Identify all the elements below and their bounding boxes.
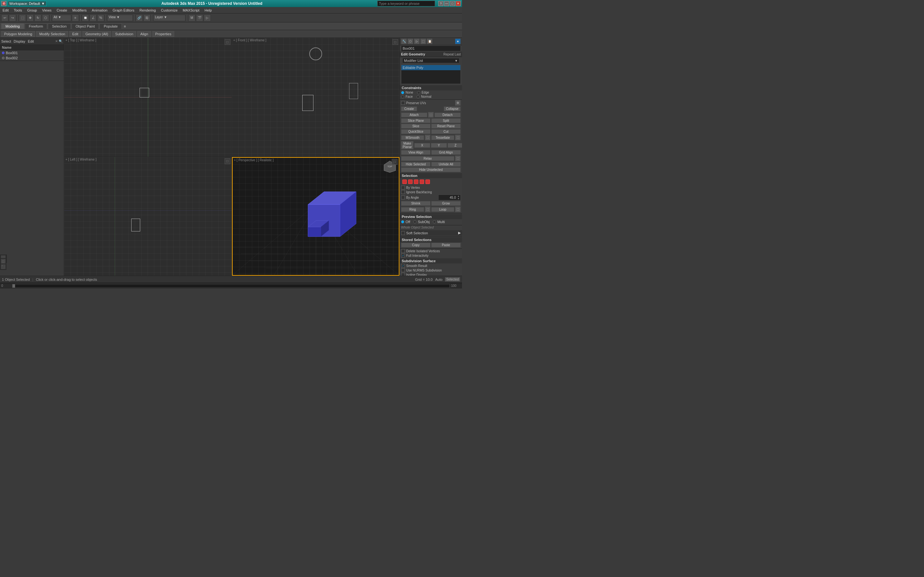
viewport-left[interactable]: + [ Left ] [ Wireframe ] ⬚ — [64, 157, 232, 276]
reference-dropdown[interactable]: View ▼ — [107, 15, 133, 21]
reset-plane-btn[interactable]: Reset Plane — [431, 124, 461, 129]
shrink-btn[interactable]: Shrink — [401, 201, 431, 206]
z-btn[interactable]: Z — [447, 143, 462, 148]
scene-display-btn[interactable]: Display — [14, 39, 25, 43]
mod-icon2[interactable]: ⬡ — [407, 39, 413, 44]
viewport-perspective-options[interactable]: ⬚ — [392, 159, 397, 165]
menu-modifiers[interactable]: Modifiers — [69, 8, 89, 13]
repeat-last-btn[interactable]: Repeat Last — [443, 53, 461, 56]
scene-select-btn[interactable]: Select — [1, 39, 11, 43]
tab-extras[interactable]: ≡ — [124, 24, 126, 28]
hide-unselected-btn[interactable]: Hide Unselected — [401, 167, 461, 172]
modifier-item-editable-poly[interactable]: Editable Poly — [401, 65, 460, 70]
sel-mode-poly[interactable] — [420, 179, 424, 184]
scene-close-btn[interactable]: ✕ 🔍 — [55, 39, 63, 43]
sub-polygon-modeling[interactable]: Polygon Modeling — [1, 31, 35, 37]
msmooth-btn[interactable]: MSmooth — [401, 135, 424, 140]
angle-snap[interactable]: ∠ — [89, 15, 97, 21]
create-btn[interactable]: Create — [401, 106, 417, 111]
render-btn[interactable]: ▷ — [204, 15, 211, 21]
full-interactivity-checkbox[interactable] — [401, 253, 405, 258]
split-btn[interactable]: Split — [431, 118, 461, 123]
x-btn[interactable]: X — [414, 143, 430, 148]
hide-selected-btn[interactable]: Hide Selected — [401, 162, 431, 167]
ring-options[interactable]: ⬚ — [425, 206, 431, 212]
sub-modify-selection[interactable]: Modify Selection — [36, 31, 68, 37]
sub-geometry[interactable]: Geometry (All) — [82, 31, 111, 37]
material-btn[interactable]: M — [188, 15, 195, 21]
preview-off-radio[interactable] — [401, 220, 404, 223]
select-btn[interactable]: ⬚ — [19, 15, 26, 21]
delete-isolated-checkbox[interactable] — [401, 249, 405, 253]
menu-group[interactable]: Group — [25, 8, 40, 13]
unhide-all-btn[interactable]: Unhide All — [431, 162, 461, 167]
scene-item-box001[interactable]: Box001 — [0, 50, 64, 55]
viewport-top-options[interactable]: ⬚ — [225, 39, 230, 45]
timeline-track[interactable] — [12, 284, 450, 288]
menu-help[interactable]: Help — [202, 8, 215, 13]
percent-snap[interactable]: % — [97, 15, 104, 21]
tab-populate[interactable]: Populate — [99, 23, 121, 29]
scene-item-box002[interactable]: Box002 — [0, 55, 64, 61]
tab-object-paint[interactable]: Object Paint — [71, 23, 99, 29]
menu-views[interactable]: Views — [39, 8, 54, 13]
viewport-front[interactable]: + [ Front ] [ Wireframe ] ⬚ — [232, 38, 399, 157]
tab-selection[interactable]: Selection — [48, 23, 71, 29]
move-btn[interactable]: ✥ — [27, 15, 34, 21]
mod-icon4[interactable]: ⬚ — [420, 39, 426, 44]
viewport-top[interactable]: + [ Top ] [ Wireframe ] ⬚ — [64, 38, 232, 157]
menu-graph-editors[interactable]: Graph Editors — [110, 8, 137, 13]
layer-dropdown[interactable]: Layer ▼ — [153, 15, 186, 21]
tab-freeform[interactable]: Freeform — [25, 23, 47, 29]
slice-btn[interactable]: Slice — [401, 124, 431, 129]
redo-btn[interactable]: ↪ — [9, 15, 16, 21]
paste-btn[interactable]: Paste — [431, 243, 461, 247]
app-icon[interactable]: 🎯 — [1, 1, 6, 6]
viewport-perspective[interactable]: + [ Perspective ] [ Realistic ] TOP ⬚ — [232, 157, 399, 276]
sub-properties[interactable]: Properties — [152, 31, 174, 37]
make-planar-btn[interactable]: Make Planar — [401, 141, 414, 149]
menu-animation[interactable]: Animation — [89, 8, 110, 13]
filter-dropdown[interactable]: All ▼ — [52, 15, 71, 21]
menu-maxscript[interactable]: MAXScript — [180, 8, 202, 13]
grow-btn[interactable]: Grow — [431, 201, 461, 206]
tessellate-options[interactable]: ⬚ — [455, 135, 461, 140]
maximize-btn[interactable]: □ — [450, 1, 455, 6]
menu-edit[interactable]: Edit — [0, 8, 11, 13]
loop-btn[interactable]: Loop — [431, 207, 454, 212]
minimize-btn[interactable]: — — [444, 1, 449, 6]
msmooth-options[interactable]: ⬚ — [425, 135, 431, 140]
sel-mode-vertex[interactable] — [402, 179, 407, 184]
detach-btn[interactable]: Detach — [435, 113, 461, 117]
constraint-normal-radio[interactable] — [417, 95, 420, 98]
view-align-btn[interactable]: View Align — [401, 150, 431, 155]
modifier-list-dropdown[interactable]: Modifier List ▼ — [402, 58, 459, 63]
workspace-dropdown[interactable]: Workspace: Default ▼ — [8, 1, 47, 6]
constraint-none-radio[interactable] — [401, 91, 404, 94]
preview-multi-radio[interactable] — [433, 220, 436, 223]
mod-icon5[interactable]: 📋 — [427, 39, 433, 44]
modifier-stack[interactable]: Editable Poly — [401, 65, 461, 84]
menu-tools[interactable]: Tools — [11, 8, 25, 13]
undo-btn[interactable]: ↩ — [1, 15, 8, 21]
isoline-checkbox[interactable] — [401, 273, 405, 276]
constraint-face-radio[interactable] — [401, 95, 404, 98]
tessellate-btn[interactable]: Tessellate — [431, 135, 454, 140]
select-by-name-btn[interactable]: ≡ — [72, 15, 79, 21]
sub-subdivision[interactable]: Subdivision — [112, 31, 136, 37]
cut-btn[interactable]: Cut — [431, 129, 461, 134]
menu-create[interactable]: Create — [54, 8, 69, 13]
by-vertex-checkbox[interactable] — [401, 185, 405, 189]
relax-btn[interactable]: Relax — [401, 156, 454, 161]
snap-toggle[interactable]: 🔲 — [82, 15, 89, 21]
mod-icon1[interactable]: 🔧 — [401, 39, 407, 44]
mod-color-swatch[interactable]: ■ — [455, 39, 461, 44]
collapse-btn[interactable]: Collapse — [444, 106, 461, 111]
copy-btn[interactable]: Copy — [401, 243, 431, 247]
sel-mode-border[interactable] — [414, 179, 418, 184]
sel-mode-edge[interactable] — [408, 179, 413, 184]
attach-btn[interactable]: Attach — [401, 113, 427, 117]
sub-align[interactable]: Align — [137, 31, 151, 37]
slice-plane-btn[interactable]: Slice Plane — [401, 118, 431, 123]
tab-modeling[interactable]: Modeling — [1, 23, 24, 29]
